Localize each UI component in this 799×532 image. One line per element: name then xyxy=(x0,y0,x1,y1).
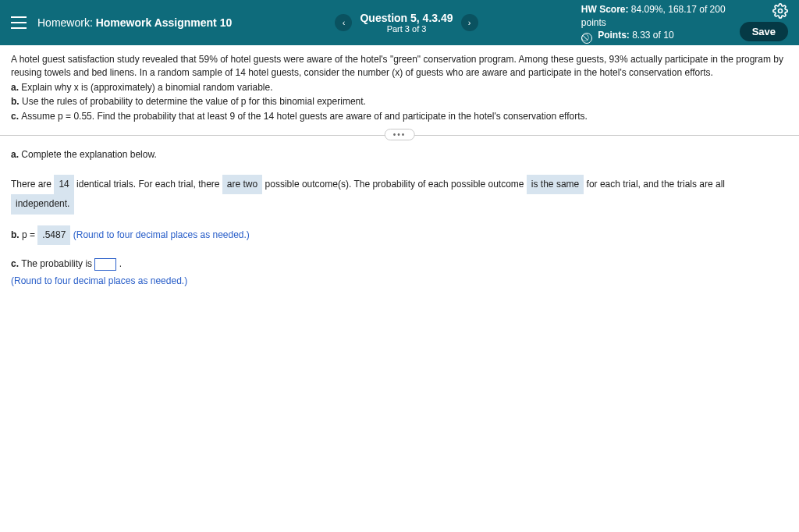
hamburger-icon[interactable] xyxy=(11,16,27,29)
answer-a-fill: There are 14 identical trials. For each … xyxy=(11,175,788,215)
chip-independent[interactable]: independent. xyxy=(11,194,74,215)
hint-c: (Round to four decimal places as needed.… xyxy=(11,273,788,290)
problem-intro: A hotel guest satisfaction study reveale… xyxy=(11,53,788,80)
hw-score-label: HW Score: xyxy=(581,4,629,15)
answer-a: a. Complete the explanation below. xyxy=(11,147,788,164)
svg-point-0 xyxy=(779,9,783,12)
score-block: HW Score: 84.09%, 168.17 of 200 points ⃠… xyxy=(581,3,726,42)
question-info: Question 5, 4.3.49 Part 3 of 3 xyxy=(360,12,453,34)
no-edit-icon: ⃠ xyxy=(581,33,592,44)
answers-section: a. Complete the explanation below. There… xyxy=(0,147,799,290)
hint-b: (Round to four decimal places as needed.… xyxy=(73,229,250,240)
homework-title: Homework: Homework Assignment 10 xyxy=(37,16,232,29)
problem-statement: A hotel guest satisfaction study reveale… xyxy=(0,45,799,129)
points-label: Points: xyxy=(598,30,630,41)
hw-score-value: 84.09%, 168.17 of 200 xyxy=(631,4,726,15)
problem-c: Assume p = 0.55. Find the probability th… xyxy=(21,111,588,122)
next-question-button[interactable]: › xyxy=(461,14,478,31)
section-divider: ••• xyxy=(0,135,799,136)
chip-p-value[interactable]: .5487 xyxy=(37,225,70,246)
chip-trials[interactable]: 14 xyxy=(54,175,73,195)
problem-b: Use the rules of probability to determin… xyxy=(22,96,366,107)
save-button[interactable]: Save xyxy=(740,22,788,41)
gear-icon[interactable] xyxy=(772,3,788,19)
chip-probability[interactable]: is the same xyxy=(527,175,584,195)
problem-a: Explain why x is (approximately) a binom… xyxy=(21,82,272,93)
app-header: Homework: Homework Assignment 10 ‹ Quest… xyxy=(0,0,799,45)
chip-outcomes[interactable]: are two xyxy=(222,175,262,195)
question-title: Question 5, 4.3.49 xyxy=(360,12,453,24)
question-nav: ‹ Question 5, 4.3.49 Part 3 of 3 › xyxy=(243,12,570,34)
answer-b: b. p = .5487 (Round to four decimal plac… xyxy=(11,225,788,246)
prev-question-button[interactable]: ‹ xyxy=(335,14,352,31)
points-value: 8.33 of 10 xyxy=(632,30,673,41)
answer-c: c. The probability is . (Round to four d… xyxy=(11,256,788,289)
expand-pill[interactable]: ••• xyxy=(385,129,415,140)
question-subtitle: Part 3 of 3 xyxy=(360,24,453,34)
hw-score-unit: points xyxy=(581,16,726,30)
header-right: HW Score: 84.09%, 168.17 of 200 points ⃠… xyxy=(581,3,788,42)
probability-input[interactable] xyxy=(94,258,116,271)
